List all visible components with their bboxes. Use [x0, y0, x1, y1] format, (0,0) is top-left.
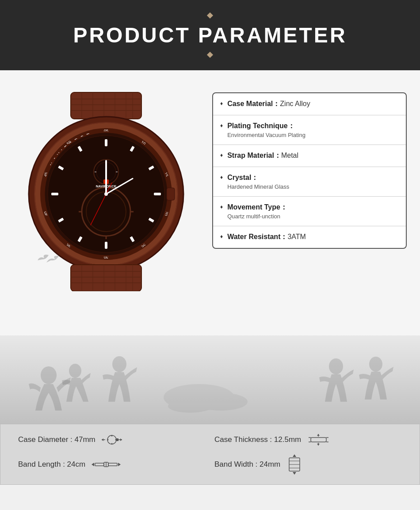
svg-rect-51	[167, 188, 175, 200]
svg-marker-89	[317, 434, 320, 436]
diamond-icon-3: ♦	[220, 152, 223, 158]
svg-point-73	[329, 358, 343, 374]
param-value-3: Metal	[281, 152, 298, 159]
watch-face-icon	[101, 433, 123, 446]
param-row-strap: ♦ Strap Material：Metal	[213, 145, 406, 167]
band-width-icon	[286, 453, 303, 476]
param-content-6: Water Resistant：3ATM	[227, 232, 399, 242]
svg-rect-30	[154, 193, 161, 195]
diamond-icon-2: ♦	[220, 122, 223, 129]
svg-rect-36	[51, 193, 58, 195]
spec-item-band-width: Band Width : 24mm	[214, 453, 402, 476]
svg-point-77	[168, 400, 212, 413]
watch-diagram-icon	[101, 433, 123, 446]
param-row-plating: ♦ Plating Technique： Environmental Vacuu…	[213, 115, 406, 145]
param-subvalue-5: Quartz multif-unction	[227, 213, 399, 220]
svg-point-58	[104, 192, 108, 196]
watch-image-area: 05 10 15 20 25 30 35 40 45 50 NAVIFORCE …	[13, 88, 199, 291]
watch-thickness-icon	[306, 433, 331, 446]
svg-marker-102	[118, 463, 121, 466]
param-label-4: Crystal：	[227, 173, 399, 183]
diamond-icon-1: ♦	[220, 100, 223, 107]
svg-point-84	[107, 439, 108, 441]
param-content-2: Plating Technique： Environmental Vacuum …	[227, 122, 399, 138]
spec-item-band-length: Band Length : 24cm	[18, 453, 206, 476]
svg-point-70	[41, 366, 57, 384]
param-content-3: Strap Material：Metal	[227, 151, 399, 160]
param-label-1: Case Material：	[227, 100, 280, 107]
param-label-6: Water Resistant：	[227, 233, 287, 240]
parameters-table: ♦ Case Material：Zinc Alloy ♦ Plating Tec…	[212, 92, 407, 249]
diamond-icon-4: ♦	[220, 174, 223, 180]
svg-marker-108	[293, 472, 296, 475]
band-width-diagram-icon	[286, 453, 303, 476]
diamond-icon-6: ♦	[220, 233, 223, 240]
param-value-1: Zinc Alloy	[280, 100, 310, 107]
page-title: PRODUCT PARAMETER	[9, 23, 411, 47]
svg-point-80	[107, 435, 116, 444]
main-content: 05 10 15 20 25 30 35 40 45 50 NAVIFORCE …	[0, 70, 420, 335]
svg-point-74	[369, 357, 382, 372]
param-row-water: ♦ Water Resistant：3ATM	[213, 226, 406, 248]
param-label-3: Strap Material：	[227, 152, 281, 159]
param-content-5: Movement Type： Quartz multif-unction	[227, 203, 399, 220]
spec-label-case-diameter: Case Diameter : 47mm	[18, 435, 95, 444]
page-header: PRODUCT PARAMETER	[0, 0, 420, 70]
svg-marker-79	[102, 438, 103, 441]
param-label-2: Plating Technique：	[227, 122, 399, 131]
svg-rect-101	[108, 463, 117, 466]
param-value-6: 3ATM	[287, 233, 305, 240]
svg-rect-87	[116, 438, 118, 441]
svg-point-83	[111, 443, 112, 445]
svg-marker-97	[92, 463, 94, 466]
action-section	[0, 335, 420, 424]
diamond-icon-5: ♦	[220, 204, 223, 210]
spec-item-case-diameter: Case Diameter : 47mm	[18, 433, 206, 446]
param-subvalue-4: Hardened Mineral Glass	[227, 183, 399, 190]
svg-rect-90	[311, 438, 326, 442]
svg-rect-27	[105, 139, 107, 146]
param-row-crystal: ♦ Crystal： Hardened Mineral Glass	[213, 167, 406, 197]
band-diagram-icon	[91, 459, 122, 470]
band-length-icon	[91, 459, 122, 470]
param-content-1: Case Material：Zinc Alloy	[227, 99, 399, 109]
param-content-4: Crystal： Hardened Mineral Glass	[227, 173, 399, 190]
svg-rect-98	[95, 463, 104, 466]
param-subvalue-2: Environmental Vacuum Plating	[227, 132, 399, 138]
param-label-5: Movement Type：	[227, 203, 399, 212]
svg-rect-69	[0, 335, 420, 424]
thickness-diagram-icon	[306, 433, 331, 446]
svg-rect-33	[105, 242, 107, 249]
param-row-case-material: ♦ Case Material：Zinc Alloy	[213, 93, 406, 115]
watch-illustration: 05 10 15 20 25 30 35 40 45 50 NAVIFORCE …	[24, 88, 188, 291]
diamond-top-icon	[207, 12, 213, 19]
svg-rect-0	[71, 92, 141, 119]
svg-marker-92	[317, 444, 320, 445]
svg-point-71	[69, 364, 81, 378]
svg-point-81	[111, 435, 112, 437]
param-row-movement: ♦ Movement Type： Quartz multif-unction	[213, 197, 406, 226]
spec-label-case-thickness: Case Thickness : 12.5mm	[214, 435, 301, 444]
svg-marker-103	[293, 454, 296, 457]
spec-label-band-width: Band Width : 24mm	[214, 460, 280, 469]
svg-rect-59	[71, 265, 141, 291]
spec-label-band-length: Band Length : 24cm	[18, 460, 85, 469]
action-silhouettes	[0, 335, 420, 424]
diamond-bottom-icon	[207, 52, 213, 58]
svg-point-72	[112, 356, 126, 372]
svg-marker-86	[120, 438, 122, 441]
specs-bar: Case Diameter : 47mm Case T	[0, 424, 420, 485]
spec-item-case-thickness: Case Thickness : 12.5mm	[214, 433, 402, 446]
